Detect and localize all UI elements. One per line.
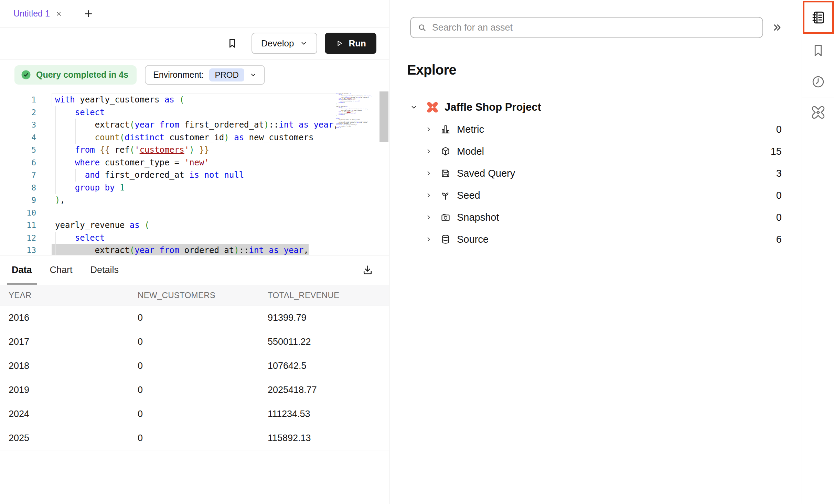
tree-item-saved-query[interactable]: Saved Query3 [389, 162, 802, 184]
snapshot-icon [440, 212, 451, 222]
code-line[interactable] [52, 207, 336, 219]
code-line[interactable]: and first_ordered_at is not null [52, 169, 336, 182]
catalog-icon [811, 10, 825, 25]
develop-label: Develop [261, 38, 294, 49]
rail-bookmark-button[interactable] [802, 35, 834, 66]
table-header-row: YEARNEW_CUSTOMERSTOTAL_REVENUE [0, 285, 389, 306]
chevron-down-icon [410, 103, 418, 111]
line-number: 1 [0, 94, 52, 106]
environment-value-badge: PROD [209, 68, 244, 81]
table-row: 20180107642.5 [0, 354, 389, 378]
code-line[interactable]: extract(year from ordered_at)::int as ye… [52, 244, 336, 255]
query-status-badge: Query completed in 4s [14, 65, 137, 85]
tree-item-count: 0 [776, 124, 782, 135]
table-cell: 2016 [0, 313, 129, 323]
rail-dbt-logo-button[interactable] [802, 98, 834, 127]
sql-editor[interactable]: 12345678910111213 with yearly_customers … [0, 90, 389, 255]
line-number: 7 [0, 169, 52, 182]
chevron-right-icon [425, 170, 432, 177]
code-line[interactable]: extract(year from first_ordered_at)::int… [52, 119, 336, 131]
rail-history-button[interactable] [802, 66, 834, 98]
tree-item-snapshot[interactable]: Snapshot0 [389, 206, 802, 228]
close-tab-icon[interactable] [55, 10, 62, 17]
develop-dropdown[interactable]: Develop [252, 33, 317, 54]
tree-item-count: 0 [776, 190, 782, 201]
file-tab-bar: Untitled 1 [0, 0, 389, 28]
code-line[interactable]: count(distinct customer_id) as new_custo… [52, 131, 336, 144]
table-cell: 0 [129, 385, 259, 395]
results-tab-details[interactable]: Details [86, 255, 124, 285]
editor-minimap[interactable]: with yearly_customers as ( select extrac… [336, 93, 377, 251]
results-table: YEARNEW_CUSTOMERSTOTAL_REVENUE2016091399… [0, 285, 389, 450]
code-line[interactable]: from {{ ref('customers') }} [52, 144, 336, 156]
chevron-right-icon [425, 148, 432, 155]
results-tab-bar: DataChartDetails [0, 255, 389, 285]
explore-title: Explore [407, 62, 802, 78]
line-number: 6 [0, 156, 52, 169]
indent-guide [75, 169, 76, 182]
results-tab-data[interactable]: Data [7, 255, 37, 285]
tree-item-label: Seed [457, 190, 480, 201]
explore-panel: Explore Jaffle Shop Project Metric0Model… [389, 0, 802, 504]
bookmark-query-button[interactable] [227, 38, 238, 49]
environment-selector[interactable]: Environment: PROD [145, 65, 265, 85]
code-line[interactable]: yearly_revenue as ( [52, 219, 336, 232]
minimap-line: order by 1 [336, 127, 377, 129]
collapse-panel-button[interactable] [772, 22, 782, 33]
seed-icon [440, 190, 451, 200]
table-row: 2016091399.79 [0, 306, 389, 330]
history-icon [811, 75, 825, 89]
search-input[interactable] [432, 22, 756, 33]
code-line[interactable]: with yearly_customers as ( [52, 94, 336, 106]
chevron-right-icon [425, 214, 432, 221]
code-line[interactable]: ), [52, 194, 336, 207]
code-line[interactable]: where customer_type = 'new' [52, 156, 336, 169]
code-line[interactable]: select [52, 106, 336, 119]
editor-scrollbar[interactable] [379, 91, 388, 142]
editor-code[interactable]: with yearly_customers as ( select extrac… [52, 94, 336, 255]
chevron-right-icon [425, 192, 432, 199]
tree-item-count: 0 [776, 212, 782, 223]
table-cell: 2017 [0, 337, 129, 347]
code-line[interactable]: group by 1 [52, 182, 336, 194]
table-cell: 0 [129, 361, 259, 371]
asset-search-box[interactable] [410, 17, 763, 38]
table-cell: 0 [129, 433, 259, 443]
run-button[interactable]: Run [325, 33, 376, 54]
tree-item-source[interactable]: Source6 [389, 228, 802, 250]
search-icon [418, 23, 427, 32]
line-number: 3 [0, 119, 52, 131]
table-cell: 0 [129, 313, 259, 323]
editor-gutter: 12345678910111213 [0, 94, 52, 255]
editor-toolbar: Develop Run [0, 28, 389, 59]
project-name: Jaffle Shop Project [445, 101, 541, 113]
tree-item-label: Metric [457, 124, 484, 135]
rail-catalog-button[interactable] [802, 0, 834, 35]
chevron-down-icon [250, 72, 257, 78]
tree-item-count: 15 [771, 146, 782, 157]
table-row: 20170550011.22 [0, 330, 389, 354]
saved-query-icon [440, 168, 451, 178]
column-header: NEW_CUSTOMERS [129, 291, 259, 300]
results-tab-chart[interactable]: Chart [45, 255, 77, 285]
project-row[interactable]: Jaffle Shop Project [389, 96, 802, 118]
line-number: 12 [0, 232, 52, 244]
new-tab-button[interactable] [76, 0, 101, 27]
code-line[interactable]: select [52, 232, 336, 244]
download-results-button[interactable] [362, 255, 373, 285]
double-chevron-right-icon [772, 22, 782, 33]
metric-icon [440, 124, 451, 134]
bookmark-icon [227, 38, 238, 49]
download-icon [362, 264, 373, 276]
table-row: 201902025418.77 [0, 378, 389, 402]
tree-item-metric[interactable]: Metric0 [389, 118, 802, 140]
table-cell: 91399.79 [259, 313, 389, 323]
line-number: 10 [0, 207, 52, 219]
query-status-row: Query completed in 4s Environment: PROD [0, 59, 389, 90]
tree-item-seed[interactable]: Seed0 [389, 184, 802, 206]
line-number: 8 [0, 182, 52, 194]
play-icon [335, 39, 343, 47]
tree-item-model[interactable]: Model15 [389, 140, 802, 162]
tree-item-label: Snapshot [457, 212, 499, 223]
file-tab-untitled[interactable]: Untitled 1 [0, 0, 76, 27]
